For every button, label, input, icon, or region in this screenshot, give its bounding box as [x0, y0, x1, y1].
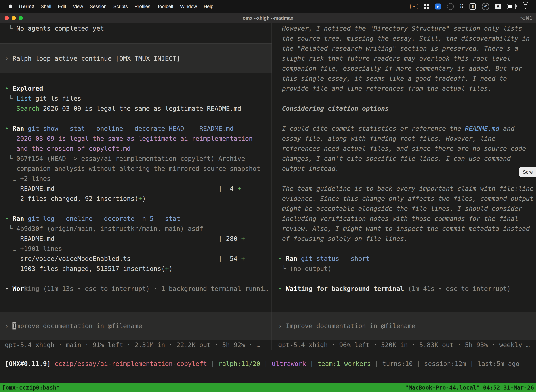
prompt-input-left[interactable]: › Improve documentation in @filename — [0, 312, 272, 340]
input-source-icon[interactable]: A — [495, 4, 501, 9]
terminal-line: • Ran git log --oneline --decorate -n 5 … — [0, 214, 272, 224]
terminal-line: The team guideline is to back every impo… — [272, 183, 536, 194]
menu-items: ShellEditViewSessionScriptsProfilesToolb… — [38, 4, 217, 9]
terminal-line: output instead. — [272, 163, 536, 173]
terminal-line — [0, 33, 272, 43]
tmux-session-info: [omx-cczip0:bash* — [2, 384, 60, 391]
terminal-line: slight risk that future readers may over… — [272, 53, 536, 63]
terminal-pane-left[interactable]: └ No agents completed yet› Ralph loop ac… — [0, 23, 272, 350]
terminal-line: • Waiting for background terminal (1m 41… — [272, 284, 536, 294]
terminal-line — [272, 173, 536, 183]
terminal-line: the source tree, missing the essay. Stil… — [272, 33, 536, 43]
terminal-line: └ List git ls-files — [0, 93, 272, 103]
terminal-line: references need actual files, and since … — [272, 144, 536, 154]
omx-status-bar: [OMX#0.11.9] cczip/essay/ai-reimplementa… — [0, 359, 536, 369]
terminal-line: However, I noticed the "Directory Struct… — [272, 23, 536, 33]
prompt-input-right[interactable]: › Improve documentation in @filename — [272, 312, 536, 340]
numeric-badge-icon[interactable]: 8 — [469, 3, 476, 10]
terminal-line: of focusing solely on file lines. — [272, 233, 536, 244]
terminal-line — [272, 244, 536, 254]
menu-profiles[interactable]: Profiles — [131, 4, 154, 9]
terminal-line: … +2 lines — [0, 173, 272, 183]
omx-status-line: [OMX#0.11.9] cczip/essay/ai-reimplementa… — [0, 359, 536, 369]
terminal-line — [272, 274, 536, 284]
terminal-line: companion file, especially if more comme… — [272, 63, 536, 73]
terminal-line: changes, I can't cite specific file line… — [272, 154, 536, 163]
terminal-line — [0, 73, 272, 84]
terminal-line: I could cite commit statistics or refere… — [272, 123, 536, 134]
terminal-line: might be acceptable alongside the file l… — [272, 204, 536, 214]
load-meter-icon[interactable]: .61 — [482, 3, 489, 10]
terminal-line: README.md | 280 + — [0, 233, 272, 244]
terminal-line: └ 4b9d30f (origin/main, instructkr/main,… — [0, 224, 272, 233]
terminal-line: companion analysis without altering the … — [0, 163, 272, 173]
tmux-host-clock: "MacBook-Pro-44.local" 04:52 31-Mar-26 — [405, 384, 534, 391]
terminal-pane-right[interactable]: However, I noticed the "Directory Struct… — [272, 23, 536, 350]
terminal-line: └ No agents completed yet — [0, 23, 272, 33]
terminal-line: 2026-03-09-is-legal-the-same-as-legitima… — [0, 134, 272, 144]
menu-edit[interactable]: Edit — [55, 4, 70, 9]
terminal-line: └ 067f154 (HEAD -> essay/ai-reimplementa… — [0, 154, 272, 163]
terminal-line: review. Also, I might want to inspect th… — [272, 224, 536, 233]
terminal-line: README.md | 4 + — [0, 183, 272, 194]
terminal-line: gpt-5.4 xhigh · 96% left · 520K in · 5.8… — [272, 340, 536, 350]
terminal-line: … +1901 lines — [0, 244, 272, 254]
menu-status-icons: ▶⠿8.61A — [411, 3, 531, 10]
terminal-line — [272, 113, 536, 123]
terminal-line: and-the-erosion-of-copyleft.md — [0, 144, 272, 154]
menu-bar: iTerm2 ShellEditViewSessionScriptsProfil… — [0, 0, 536, 13]
menu-toolbelt[interactable]: Toolbelt — [154, 4, 177, 9]
terminal-line: 1903 files changed, 513517 insertions(+) — [0, 264, 272, 274]
terminal-line — [0, 204, 272, 214]
terminal-line — [0, 113, 272, 123]
terminal-line — [272, 93, 536, 103]
terminal-line: └ (no output) — [272, 264, 536, 274]
menu-view[interactable]: View — [69, 4, 86, 9]
tmux-status-bar: [omx-cczip0:bash* "MacBook-Pro-44.local"… — [0, 383, 536, 392]
screen-recording-indicator[interactable] — [411, 4, 418, 9]
window-grid-icon[interactable] — [424, 4, 429, 9]
terminal-line — [0, 274, 272, 284]
screen-share-notification[interactable]: Scre — [519, 167, 536, 177]
blue-app-icon[interactable]: ▶ — [435, 4, 441, 9]
terminal-line: the "Related research writing" section i… — [272, 43, 536, 53]
terminal-line: • Ran git status --short — [272, 254, 536, 264]
dots-grid-icon[interactable]: ⠿ — [460, 4, 464, 10]
desktop-screen: iTerm2 ShellEditViewSessionScriptsProfil… — [0, 0, 536, 392]
menu-iterm2[interactable]: iTerm2 — [16, 4, 38, 9]
dark-app-icon[interactable] — [447, 3, 454, 10]
terminal-line: Considering citation options — [272, 103, 536, 113]
apple-icon — [8, 3, 13, 10]
terminal-line: • Explored — [0, 84, 272, 93]
terminal-line: › Ralph loop active continue [OMX_TMUX_I… — [0, 53, 272, 63]
terminal-line: this single essay, it seems like a good … — [272, 73, 536, 84]
menu-scripts[interactable]: Scripts — [110, 4, 131, 9]
terminal-line: • Ran git show --stat --oneline --decora… — [0, 123, 272, 134]
terminal-line: src/voice/voiceModeEnabled.ts | 54 + — [0, 254, 272, 264]
battery-icon[interactable] — [507, 4, 516, 9]
terminal-line: provide file and line references from th… — [272, 84, 536, 93]
terminal-line: › Improve documentation in @filename — [272, 321, 536, 331]
apple-menu[interactable] — [5, 3, 16, 10]
terminal-line: essay file, along with finding root file… — [272, 134, 536, 144]
ralph-loop-banner: › Ralph loop active continue [OMX_TMUX_I… — [0, 43, 272, 73]
window-title: omx --xhigh --madmax — [0, 13, 536, 23]
terminal-line: including verification notes with those … — [272, 214, 536, 224]
terminal-line: evidence. Since this change only affects… — [272, 194, 536, 204]
menu-shell[interactable]: Shell — [38, 4, 55, 9]
terminal-line: gpt-5.4 xhigh · main · 91% left · 2.31M … — [0, 340, 272, 350]
terminal-line: • Working (11m 13s • esc to interrupt) ·… — [0, 284, 272, 294]
menu-window[interactable]: Window — [177, 4, 200, 9]
menu-session[interactable]: Session — [86, 4, 110, 9]
terminal-line: › Improve documentation in @filename — [0, 321, 272, 331]
terminal-line: Search 2026-03-09-is-legal-the-same-as-l… — [0, 103, 272, 113]
menu-help[interactable]: Help — [200, 4, 217, 9]
window-title-bar[interactable]: omx --xhigh --madmax ⌥⌘1 — [0, 13, 536, 23]
terminal-line: 2 files changed, 92 insertions(+) — [0, 194, 272, 204]
window-shortcut: ⌥⌘1 — [520, 13, 532, 23]
wifi-icon[interactable] — [522, 4, 529, 9]
terminal-window: └ No agents completed yet› Ralph loop ac… — [0, 23, 536, 350]
